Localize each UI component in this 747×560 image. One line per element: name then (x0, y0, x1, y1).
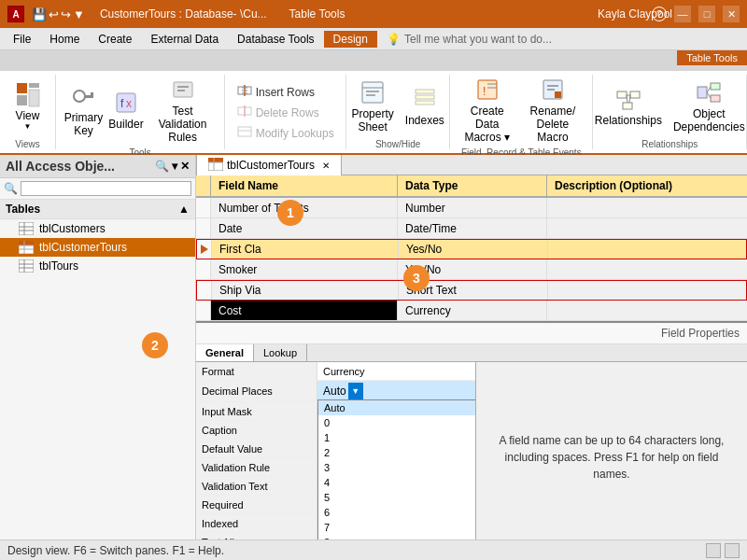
cell-type-shipvia[interactable]: Short Text (399, 281, 548, 300)
modify-lookups-button[interactable]: Modify Lookups (234, 123, 337, 143)
table-item-customers[interactable]: tblCustomers (0, 219, 195, 238)
table-row[interactable]: Number of Tickets Number (196, 198, 747, 218)
panel-search-btn[interactable]: 🔍 (155, 160, 169, 173)
dropdown-option-0[interactable]: 0 (318, 415, 475, 430)
cell-type-cost[interactable]: Currency (398, 301, 547, 320)
tab-lookup[interactable]: Lookup (254, 344, 307, 361)
obj-tab-close-icon[interactable]: ✕ (322, 161, 330, 171)
panel-menu-btn[interactable]: ▾ (172, 160, 177, 173)
cell-desc[interactable] (547, 218, 747, 238)
cell-type[interactable]: Date/Time (398, 218, 547, 238)
table-row-cost[interactable]: Cost Currency (196, 301, 747, 321)
dropdown-option-4[interactable]: 4 (318, 475, 475, 490)
decimal-dropdown-list[interactable]: Auto 0 1 2 3 4 5 6 7 8 9 10 11 (317, 399, 476, 539)
row-indicator (197, 281, 212, 300)
status-icon-1 (706, 543, 721, 558)
object-dependencies-button[interactable]: Object Dependencies (669, 77, 747, 135)
rename-delete-macro-button[interactable]: Rename/ Delete Macro (520, 75, 585, 146)
menu-database-tools[interactable]: Database Tools (228, 31, 324, 48)
decimal-dropdown-btn[interactable]: ▼ (348, 383, 363, 399)
cell-field-firstcla[interactable]: First Cla (212, 240, 399, 259)
close-button[interactable]: ✕ (723, 6, 740, 22)
insert-rows-button[interactable]: Insert Rows (234, 82, 337, 102)
indexes-button[interactable]: Indexes (402, 84, 448, 129)
property-sheet-button[interactable]: Property Sheet (347, 77, 397, 135)
cell-desc-smoker[interactable] (547, 259, 747, 279)
cell-type-firstcla[interactable]: Yes/No (399, 240, 548, 259)
customize-icon[interactable]: ▼ (73, 7, 85, 21)
cell-field-smoker[interactable]: Smoker (211, 259, 398, 279)
property-sheet-icon (359, 79, 386, 105)
tell-me[interactable]: 💡 Tell me what you want to do... (387, 33, 552, 46)
menu-bar: File Home Create External Data Database … (0, 28, 747, 50)
ribbon-tabs: Table Tools (0, 50, 747, 71)
menu-design[interactable]: Design (324, 31, 377, 48)
dropdown-option-1[interactable]: 1 (318, 430, 475, 445)
tab-general[interactable]: General (196, 344, 254, 361)
maximize-button[interactable]: □ (698, 6, 715, 22)
dropdown-option-7[interactable]: 7 (318, 520, 475, 535)
table-row[interactable]: Date Date/Time (196, 218, 747, 239)
dropdown-option-6[interactable]: 6 (318, 505, 475, 520)
cell-desc-firstcla[interactable] (548, 240, 746, 259)
table-row-firstcla[interactable]: First Cla Yes/No (196, 239, 747, 259)
table-icon-tours (19, 259, 34, 273)
menu-file[interactable]: File (4, 31, 40, 48)
undo-icon[interactable]: ↩ (49, 7, 59, 21)
search-input[interactable] (21, 181, 191, 196)
prop-value-format[interactable]: Currency (317, 362, 475, 380)
menu-external-data[interactable]: External Data (141, 31, 228, 48)
redo-icon[interactable]: ↪ (61, 7, 71, 21)
view-dropdown-icon[interactable]: ▼ (24, 122, 32, 131)
menu-create[interactable]: Create (89, 31, 141, 48)
minimize-button[interactable]: — (674, 6, 691, 22)
views-label: Views (15, 137, 40, 149)
prop-label-valrule: Validation Rule (196, 458, 317, 476)
dropdown-option-2[interactable]: 2 (318, 445, 475, 460)
cell-type[interactable]: Number (398, 198, 547, 217)
cell-field-cost[interactable]: Cost (211, 301, 398, 320)
table-row[interactable]: Smoker Yes/No (196, 259, 747, 280)
props-content: Format Currency Decimal Places Auto ▼ (196, 362, 747, 539)
dropdown-option-3[interactable]: 3 (318, 460, 475, 475)
right-content: tblCustomerTours ✕ Field Name Data Type … (196, 155, 747, 539)
dropdown-option-5[interactable]: 5 (318, 490, 475, 505)
panel-title: All Access Obje... (6, 159, 115, 174)
table-item-tours[interactable]: tblTours (0, 257, 195, 275)
cell-field[interactable]: Date (211, 218, 398, 238)
obj-tab-name: tblCustomerTours (227, 159, 315, 172)
prop-value-decimal[interactable]: Auto ▼ (317, 381, 475, 401)
dropdown-option-8[interactable]: 8 (318, 535, 475, 539)
cell-desc-shipvia[interactable] (548, 281, 746, 300)
menu-home[interactable]: Home (40, 31, 89, 48)
table-row[interactable]: Ship Via Short Text (196, 280, 747, 301)
builder-button[interactable]: fx Builder (107, 88, 145, 133)
cell-field[interactable]: Number of Tickets (211, 198, 398, 217)
prop-label-defaultvalue: Default Value (196, 440, 317, 457)
delete-rows-button[interactable]: Delete Rows (234, 103, 337, 122)
test-validation-button[interactable]: Test Validation Rules (148, 75, 217, 146)
view-button[interactable]: View ▼ (9, 79, 47, 133)
svg-rect-53 (19, 241, 34, 245)
svg-rect-39 (623, 103, 632, 109)
svg-rect-57 (19, 259, 34, 273)
prop-row-format[interactable]: Format Currency (196, 362, 475, 381)
status-text: Design view. F6 = Switch panes. F1 = Hel… (7, 544, 224, 557)
table-item-customertours[interactable]: tblCustomerTours (0, 238, 195, 257)
save-icon[interactable]: 💾 (32, 7, 47, 21)
cell-field-shipvia[interactable]: Ship Via (212, 281, 399, 300)
cell-type-smoker[interactable]: Yes/No (398, 259, 547, 279)
prop-label-decimal: Decimal Places (196, 381, 317, 401)
dropdown-option-auto[interactable]: Auto (318, 400, 475, 415)
delete-rows-icon (237, 104, 252, 121)
cell-desc[interactable] (547, 198, 747, 217)
object-tab-customertours[interactable]: tblCustomerTours ✕ (196, 155, 342, 176)
tables-collapse-icon[interactable]: ▲ (178, 203, 190, 216)
svg-rect-28 (416, 101, 434, 105)
primary-key-button[interactable]: Primary Key (63, 81, 104, 139)
table-name-customers: tblCustomers (39, 222, 106, 235)
panel-close-btn[interactable]: ✕ (180, 160, 190, 173)
cell-desc-cost[interactable] (547, 301, 747, 320)
relationships-button[interactable]: Relationships (591, 84, 666, 129)
create-data-macros-button[interactable]: ! Create Data Macros ▾ (458, 75, 516, 146)
